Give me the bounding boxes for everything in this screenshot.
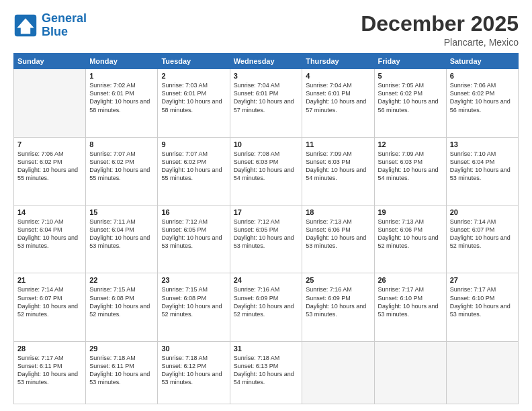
day-number: 29 <box>89 345 154 353</box>
day-info: Sunrise: 7:11 AMSunset: 6:04 PMDaylight:… <box>89 218 154 250</box>
calendar-cell: 9Sunrise: 7:07 AMSunset: 6:02 PMDaylight… <box>158 137 230 205</box>
day-number: 19 <box>378 208 443 216</box>
calendar-cell: 26Sunrise: 7:17 AMSunset: 6:10 PMDayligh… <box>374 273 446 341</box>
calendar-cell: 18Sunrise: 7:13 AMSunset: 6:06 PMDayligh… <box>302 205 374 273</box>
day-number: 12 <box>378 140 443 148</box>
day-number: 31 <box>234 345 299 353</box>
calendar-cell: 21Sunrise: 7:14 AMSunset: 6:07 PMDayligh… <box>14 273 86 341</box>
calendar-cell <box>302 341 374 404</box>
day-number: 10 <box>234 140 299 148</box>
day-number: 13 <box>450 140 515 148</box>
day-number: 1 <box>89 72 154 80</box>
logo-text: General Blue <box>42 12 87 39</box>
title-block: December 2025 Plancarte, Mexico <box>361 12 519 48</box>
day-number: 8 <box>89 140 154 148</box>
calendar-cell: 6Sunrise: 7:06 AMSunset: 6:02 PMDaylight… <box>446 69 518 137</box>
location-subtitle: Plancarte, Mexico <box>361 37 519 48</box>
day-number: 22 <box>89 276 154 284</box>
col-header-saturday: Saturday <box>446 54 518 69</box>
day-info: Sunrise: 7:10 AMSunset: 6:04 PMDaylight:… <box>17 218 82 250</box>
calendar-cell: 7Sunrise: 7:06 AMSunset: 6:02 PMDaylight… <box>14 137 86 205</box>
calendar-cell: 27Sunrise: 7:17 AMSunset: 6:10 PMDayligh… <box>446 273 518 341</box>
day-number: 5 <box>378 72 443 80</box>
calendar-week-4: 21Sunrise: 7:14 AMSunset: 6:07 PMDayligh… <box>14 273 519 341</box>
day-number: 30 <box>161 345 226 353</box>
calendar-cell: 19Sunrise: 7:13 AMSunset: 6:06 PMDayligh… <box>374 205 446 273</box>
day-info: Sunrise: 7:12 AMSunset: 6:05 PMDaylight:… <box>234 218 299 250</box>
day-number: 23 <box>161 276 226 284</box>
calendar-cell: 3Sunrise: 7:04 AMSunset: 6:01 PMDaylight… <box>230 69 302 137</box>
calendar-cell: 25Sunrise: 7:16 AMSunset: 6:09 PMDayligh… <box>302 273 374 341</box>
month-title: December 2025 <box>361 12 519 36</box>
logo: General Blue <box>13 12 87 39</box>
col-header-thursday: Thursday <box>302 54 374 69</box>
day-number: 18 <box>306 208 370 216</box>
day-info: Sunrise: 7:15 AMSunset: 6:08 PMDaylight:… <box>161 285 226 318</box>
day-info: Sunrise: 7:10 AMSunset: 6:04 PMDaylight:… <box>450 150 515 183</box>
day-number: 7 <box>17 140 82 148</box>
calendar-cell: 8Sunrise: 7:07 AMSunset: 6:02 PMDaylight… <box>86 137 158 205</box>
day-number: 6 <box>450 72 515 80</box>
calendar-cell: 11Sunrise: 7:09 AMSunset: 6:03 PMDayligh… <box>302 137 374 205</box>
day-info: Sunrise: 7:06 AMSunset: 6:02 PMDaylight:… <box>17 150 82 183</box>
day-number: 26 <box>378 276 443 284</box>
day-number: 15 <box>89 208 154 216</box>
day-info: Sunrise: 7:14 AMSunset: 6:07 PMDaylight:… <box>17 285 82 318</box>
col-header-friday: Friday <box>374 54 446 69</box>
day-info: Sunrise: 7:12 AMSunset: 6:05 PMDaylight:… <box>161 218 226 250</box>
day-info: Sunrise: 7:06 AMSunset: 6:02 PMDaylight:… <box>450 81 515 114</box>
day-info: Sunrise: 7:09 AMSunset: 6:03 PMDaylight:… <box>378 150 443 183</box>
calendar-cell: 15Sunrise: 7:11 AMSunset: 6:04 PMDayligh… <box>86 205 158 273</box>
day-info: Sunrise: 7:13 AMSunset: 6:06 PMDaylight:… <box>306 218 370 250</box>
day-info: Sunrise: 7:16 AMSunset: 6:09 PMDaylight:… <box>234 285 299 318</box>
calendar-week-1: 1Sunrise: 7:02 AMSunset: 6:01 PMDaylight… <box>14 69 519 137</box>
calendar-cell: 31Sunrise: 7:18 AMSunset: 6:13 PMDayligh… <box>230 341 302 404</box>
header: General Blue December 2025 Plancarte, Me… <box>13 12 519 48</box>
col-header-sunday: Sunday <box>14 54 86 69</box>
day-info: Sunrise: 7:15 AMSunset: 6:08 PMDaylight:… <box>89 285 154 318</box>
day-info: Sunrise: 7:04 AMSunset: 6:01 PMDaylight:… <box>306 81 370 114</box>
col-header-monday: Monday <box>86 54 158 69</box>
day-info: Sunrise: 7:08 AMSunset: 6:03 PMDaylight:… <box>234 150 299 183</box>
day-number: 16 <box>161 208 226 216</box>
calendar-week-2: 7Sunrise: 7:06 AMSunset: 6:02 PMDaylight… <box>14 137 519 205</box>
logo-icon <box>13 13 38 38</box>
calendar-cell: 17Sunrise: 7:12 AMSunset: 6:05 PMDayligh… <box>230 205 302 273</box>
calendar-cell: 16Sunrise: 7:12 AMSunset: 6:05 PMDayligh… <box>158 205 230 273</box>
day-number: 25 <box>306 276 370 284</box>
logo-line1: General <box>42 11 87 25</box>
day-info: Sunrise: 7:13 AMSunset: 6:06 PMDaylight:… <box>378 218 443 250</box>
day-info: Sunrise: 7:18 AMSunset: 6:12 PMDaylight:… <box>161 354 226 387</box>
calendar-cell: 5Sunrise: 7:05 AMSunset: 6:02 PMDaylight… <box>374 69 446 137</box>
calendar-cell: 12Sunrise: 7:09 AMSunset: 6:03 PMDayligh… <box>374 137 446 205</box>
day-number: 3 <box>234 72 299 80</box>
calendar-cell: 28Sunrise: 7:17 AMSunset: 6:11 PMDayligh… <box>14 341 86 404</box>
day-info: Sunrise: 7:18 AMSunset: 6:13 PMDaylight:… <box>234 354 299 387</box>
col-header-tuesday: Tuesday <box>158 54 230 69</box>
day-number: 27 <box>450 276 515 284</box>
calendar-cell: 10Sunrise: 7:08 AMSunset: 6:03 PMDayligh… <box>230 137 302 205</box>
day-number: 4 <box>306 72 370 80</box>
calendar-week-5: 28Sunrise: 7:17 AMSunset: 6:11 PMDayligh… <box>14 341 519 404</box>
calendar-header-row: SundayMondayTuesdayWednesdayThursdayFrid… <box>14 54 519 69</box>
day-info: Sunrise: 7:07 AMSunset: 6:02 PMDaylight:… <box>161 150 226 183</box>
day-number: 24 <box>234 276 299 284</box>
day-number: 2 <box>161 72 226 80</box>
calendar-cell: 20Sunrise: 7:14 AMSunset: 6:07 PMDayligh… <box>446 205 518 273</box>
day-info: Sunrise: 7:03 AMSunset: 6:01 PMDaylight:… <box>161 81 226 114</box>
day-info: Sunrise: 7:17 AMSunset: 6:10 PMDaylight:… <box>378 285 443 318</box>
day-number: 28 <box>17 345 82 353</box>
calendar-cell: 14Sunrise: 7:10 AMSunset: 6:04 PMDayligh… <box>14 205 86 273</box>
calendar-cell: 29Sunrise: 7:18 AMSunset: 6:11 PMDayligh… <box>86 341 158 404</box>
day-info: Sunrise: 7:09 AMSunset: 6:03 PMDaylight:… <box>306 150 370 183</box>
day-info: Sunrise: 7:07 AMSunset: 6:02 PMDaylight:… <box>89 150 154 183</box>
day-number: 11 <box>306 140 370 148</box>
calendar-cell <box>446 341 518 404</box>
day-info: Sunrise: 7:17 AMSunset: 6:10 PMDaylight:… <box>450 285 515 318</box>
calendar-week-3: 14Sunrise: 7:10 AMSunset: 6:04 PMDayligh… <box>14 205 519 273</box>
calendar-cell: 13Sunrise: 7:10 AMSunset: 6:04 PMDayligh… <box>446 137 518 205</box>
day-number: 20 <box>450 208 515 216</box>
day-info: Sunrise: 7:14 AMSunset: 6:07 PMDaylight:… <box>450 218 515 250</box>
calendar-table: SundayMondayTuesdayWednesdayThursdayFrid… <box>13 53 519 404</box>
calendar-cell: 23Sunrise: 7:15 AMSunset: 6:08 PMDayligh… <box>158 273 230 341</box>
